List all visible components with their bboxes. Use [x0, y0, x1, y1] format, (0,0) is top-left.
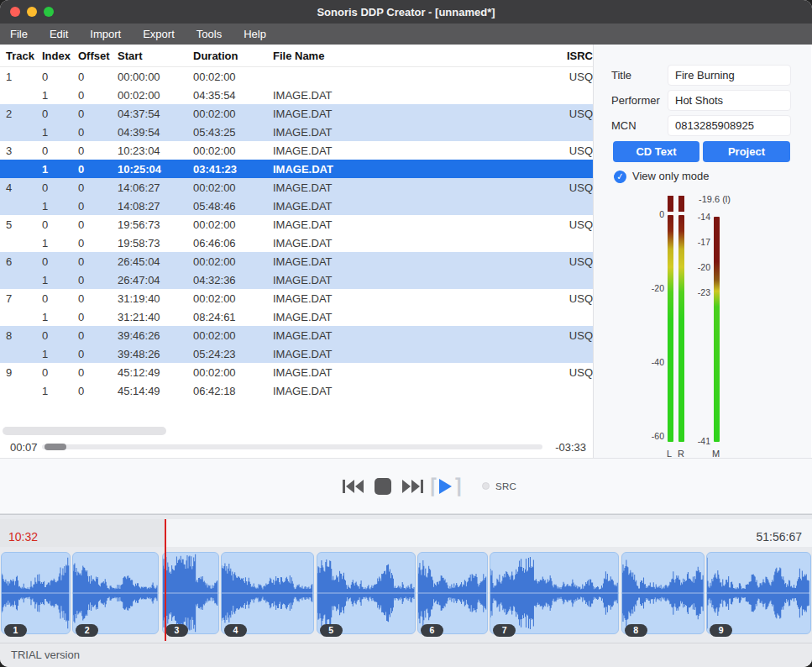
- horizontal-scrollbar[interactable]: [3, 427, 166, 435]
- cell-offset: 0: [76, 163, 116, 176]
- column-header-dur[interactable]: Duration: [191, 50, 271, 62]
- waveform-segment[interactable]: [706, 552, 810, 634]
- waveform-segment[interactable]: [1, 552, 71, 634]
- column-header-index[interactable]: Index: [40, 50, 76, 62]
- track-marker[interactable]: 3: [165, 624, 188, 637]
- column-header-isrc[interactable]: ISRC: [537, 50, 594, 62]
- track-marker[interactable]: 9: [710, 624, 732, 637]
- waveform-segment[interactable]: [490, 552, 619, 634]
- column-header-offset[interactable]: Offset: [76, 50, 116, 62]
- cell-track: 5: [0, 218, 40, 231]
- level-meter-mono: [714, 217, 720, 442]
- table-row[interactable]: 1045:14:4906:42:18IMAGE.DAT: [0, 381, 593, 400]
- cell-file: IMAGE.DAT: [271, 89, 537, 102]
- m-scale-17: -17: [685, 237, 710, 247]
- waveform-segment[interactable]: [317, 552, 416, 634]
- waveform-segments: 123456789: [0, 547, 812, 643]
- skip-forward-button[interactable]: [401, 475, 423, 497]
- table-row[interactable]: 60026:45:0400:02:00IMAGE.DATUSQ: [0, 252, 593, 270]
- track-marker[interactable]: 7: [493, 624, 516, 637]
- project-button[interactable]: Project: [703, 141, 790, 162]
- cell-file: IMAGE.DAT: [271, 385, 537, 397]
- table-row[interactable]: 1019:58:7306:46:06IMAGE.DAT: [0, 234, 593, 252]
- table-row[interactable]: 20004:37:5400:02:00IMAGE.DATUSQ: [0, 104, 593, 123]
- cell-offset: 0: [76, 218, 116, 231]
- menu-item-help[interactable]: Help: [244, 28, 266, 40]
- track-marker[interactable]: 1: [4, 624, 27, 637]
- column-header-start[interactable]: Start: [116, 50, 191, 62]
- menu-item-edit[interactable]: Edit: [50, 28, 68, 40]
- playhead-position-label: 10:32: [8, 530, 38, 544]
- column-header-track[interactable]: Track: [0, 50, 40, 62]
- table-row[interactable]: 1004:39:5405:43:25IMAGE.DAT: [0, 123, 593, 141]
- waveform-segment[interactable]: [72, 552, 159, 634]
- seek-slider[interactable]: [42, 444, 542, 449]
- channel-label-left: L: [667, 449, 672, 459]
- cell-index: 1: [40, 237, 76, 249]
- title-field[interactable]: [668, 65, 791, 86]
- cell-offset: 0: [76, 71, 116, 83]
- m-scale-41: -41: [685, 436, 710, 446]
- table-row[interactable]: 10000:00:0000:02:00USQ: [0, 67, 593, 86]
- title-bar: Sonoris DDP Creator - [unnamed*]: [0, 0, 812, 24]
- stop-button[interactable]: [375, 475, 391, 497]
- menu-bar: FileEditImportExportToolsHelp: [0, 24, 812, 45]
- table-row[interactable]: 1026:47:0404:32:36IMAGE.DAT: [0, 270, 593, 289]
- timeline-strip[interactable]: 10:32 51:56:67: [0, 519, 812, 547]
- focus-bracket-left: ⌈: [430, 475, 437, 497]
- table-row[interactable]: 1000:02:0004:35:54IMAGE.DAT: [0, 86, 593, 104]
- waveform-segment[interactable]: [221, 552, 314, 634]
- skip-forward-icon: [401, 479, 423, 494]
- cell-offset: 0: [76, 385, 116, 397]
- table-row[interactable]: 30010:23:0400:02:00IMAGE.DATUSQ: [0, 141, 593, 160]
- cell-dur: 00:02:00: [191, 108, 271, 120]
- table-row[interactable]: 1031:21:4008:24:61IMAGE.DAT: [0, 307, 593, 326]
- table-row[interactable]: 1039:48:2605:24:23IMAGE.DAT: [0, 344, 593, 363]
- cell-isrc: USQ: [537, 255, 594, 268]
- table-row[interactable]: 80039:46:2600:02:00IMAGE.DATUSQ: [0, 326, 593, 344]
- table-row[interactable]: 50019:56:7300:02:00IMAGE.DATUSQ: [0, 215, 593, 234]
- track-marker[interactable]: 8: [625, 624, 647, 637]
- skip-back-button[interactable]: [343, 475, 364, 497]
- track-marker[interactable]: 5: [320, 624, 343, 637]
- cell-file: IMAGE.DAT: [271, 200, 537, 213]
- waveform-graphic: [490, 553, 618, 633]
- waveform-segment[interactable]: [417, 552, 488, 634]
- remaining-time: -03:33: [549, 441, 593, 454]
- menu-item-tools[interactable]: Tools: [196, 28, 222, 40]
- menu-item-import[interactable]: Import: [90, 28, 121, 40]
- table-row[interactable]: 70031:19:4000:02:00IMAGE.DATUSQ: [0, 289, 593, 307]
- cell-file: IMAGE.DAT: [271, 366, 537, 379]
- track-marker[interactable]: 4: [224, 624, 247, 637]
- cell-dur: 00:02:00: [191, 292, 271, 305]
- cd-text-button[interactable]: CD Text: [613, 141, 699, 162]
- track-marker[interactable]: 6: [421, 624, 443, 637]
- waveform-segment[interactable]: [162, 552, 219, 634]
- cell-isrc: USQ: [537, 366, 594, 379]
- waveform-section: 10:32 51:56:67 123456789: [0, 514, 812, 643]
- track-marker[interactable]: 2: [76, 624, 98, 637]
- m-scale-14: -14: [685, 212, 710, 222]
- performer-field[interactable]: [668, 90, 791, 111]
- table-row[interactable]: 1010:25:0403:41:23IMAGE.DAT: [0, 160, 593, 178]
- view-only-checkbox[interactable]: ✓: [613, 170, 627, 184]
- play-button[interactable]: ⌈ ⌉: [433, 474, 458, 499]
- playhead-line[interactable]: [165, 519, 166, 641]
- seek-slider-thumb[interactable]: [45, 444, 66, 450]
- column-header-file[interactable]: File Name: [271, 50, 537, 62]
- menu-item-file[interactable]: File: [10, 28, 28, 40]
- table-row[interactable]: 90045:12:4900:02:00IMAGE.DATUSQ: [0, 363, 593, 381]
- cell-start: 00:02:00: [116, 89, 191, 102]
- lr-scale-20: -20: [639, 283, 664, 293]
- mcn-field[interactable]: [668, 115, 791, 136]
- cell-index: 0: [40, 218, 76, 231]
- waveform-segment[interactable]: [621, 552, 705, 634]
- cell-offset: 0: [76, 200, 116, 213]
- cell-dur: 06:42:18: [191, 385, 271, 397]
- table-row[interactable]: 40014:06:2700:02:00IMAGE.DATUSQ: [0, 178, 593, 197]
- table-row[interactable]: 1014:08:2705:48:46IMAGE.DAT: [0, 197, 593, 215]
- menu-item-export[interactable]: Export: [143, 28, 175, 40]
- cell-offset: 0: [76, 237, 116, 249]
- mcn-label: MCN: [611, 115, 637, 136]
- cell-index: 1: [40, 89, 76, 102]
